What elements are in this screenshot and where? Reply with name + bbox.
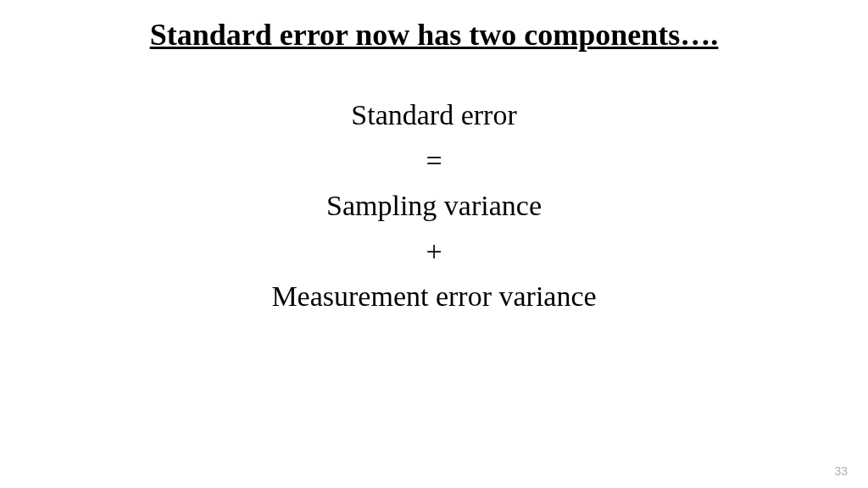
slide-title: Standard error now has two components…. bbox=[0, 17, 868, 53]
body-line-4: + bbox=[0, 231, 868, 272]
body-line-2: = bbox=[0, 141, 868, 181]
body-line-3: Sampling variance bbox=[0, 186, 868, 226]
page-number: 33 bbox=[834, 464, 848, 478]
body-line-5: Measurement error variance bbox=[0, 276, 868, 317]
slide-body: Standard error = Sampling variance + Mea… bbox=[0, 95, 868, 317]
body-line-1: Standard error bbox=[0, 95, 868, 136]
slide-container: Standard error now has two components…. … bbox=[0, 0, 868, 488]
